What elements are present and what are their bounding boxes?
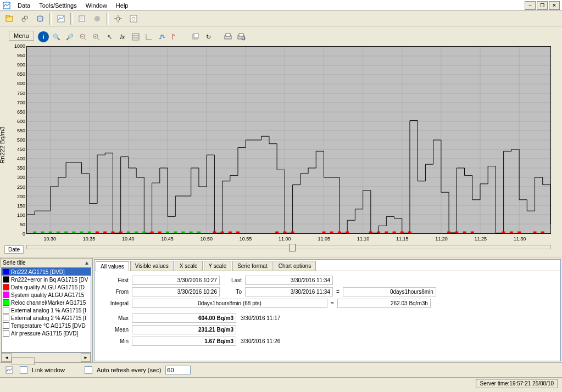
marker-icon[interactable] bbox=[169, 31, 181, 43]
minimize-button[interactable]: – bbox=[525, 1, 536, 10]
svg-rect-29 bbox=[226, 33, 230, 36]
serie-hscrollbar[interactable]: ◄ ► bbox=[1, 352, 91, 362]
min-at: 3/30/2016 11:26 bbox=[236, 337, 325, 345]
settings-icon[interactable] bbox=[126, 12, 141, 26]
serie-label: Data quality ALGU AG1715 [D bbox=[11, 284, 85, 290]
serie-color-swatch bbox=[3, 268, 9, 275]
serie-row[interactable]: External analog 2 % AG1715 [I bbox=[2, 314, 91, 322]
svg-text:+: + bbox=[94, 35, 97, 38]
chart-add-icon[interactable] bbox=[54, 12, 68, 26]
serie-header[interactable]: Serie title▲ bbox=[0, 258, 92, 267]
tab-chart-options[interactable]: Chart options bbox=[274, 261, 316, 271]
copy-chart-icon[interactable] bbox=[189, 31, 201, 43]
auto-refresh-checkbox[interactable] bbox=[85, 366, 92, 374]
status-bar: Server time:19:57:21 25/08/10 bbox=[0, 377, 562, 389]
link-icon[interactable] bbox=[18, 12, 32, 26]
range-value: 0days1hours8min bbox=[343, 287, 436, 296]
refresh-icon[interactable]: ↻ bbox=[202, 31, 214, 43]
max-label: Max bbox=[101, 315, 132, 321]
link-window-checkbox[interactable] bbox=[20, 366, 27, 374]
to-label: To bbox=[220, 289, 245, 295]
svg-text:–: – bbox=[81, 35, 84, 38]
min-value: 1.67 Bq/m3 bbox=[132, 337, 236, 346]
serie-color-swatch bbox=[3, 292, 9, 298]
serie-row[interactable]: Rn222 AG1715 [DVD] bbox=[2, 268, 91, 276]
serie-color-swatch bbox=[3, 276, 9, 283]
svg-rect-2 bbox=[6, 15, 9, 17]
tab-visible-values[interactable]: Visible values bbox=[130, 261, 174, 271]
export-icon[interactable] bbox=[75, 12, 89, 26]
gear-icon[interactable] bbox=[111, 12, 125, 26]
serie-row[interactable]: System quality ALGU AG1715 bbox=[2, 291, 91, 299]
x-axis-labels: 10:3010:3510:4010:4510:5010:5511:0011:05… bbox=[26, 236, 551, 244]
info-icon[interactable]: i bbox=[37, 31, 49, 43]
scroll-thumb[interactable] bbox=[12, 357, 35, 365]
chart-panel: Menu i 🔍 🔎 – + ↖ fx ↻ Rn222 Bq/m3 050100… bbox=[0, 26, 562, 257]
svg-line-21 bbox=[97, 38, 99, 40]
max-value: 604.00 Bq/m3 bbox=[132, 313, 236, 323]
svg-line-18 bbox=[84, 38, 86, 40]
zoom-out-icon[interactable]: 🔎 bbox=[64, 31, 76, 43]
menu-help[interactable]: Help bbox=[112, 1, 133, 10]
svg-point-10 bbox=[116, 17, 120, 20]
menu-data[interactable]: Data bbox=[13, 1, 35, 10]
step-icon[interactable] bbox=[156, 31, 168, 43]
last-label: Last bbox=[220, 277, 245, 283]
refresh-seconds-input[interactable] bbox=[165, 366, 191, 374]
zoom-y-icon[interactable]: + bbox=[90, 31, 102, 43]
tab-y-scale[interactable]: Y scale bbox=[204, 261, 232, 271]
scroll-left-icon[interactable]: ◄ bbox=[2, 353, 12, 362]
cursor-icon[interactable]: ↖ bbox=[103, 31, 115, 43]
serie-row[interactable]: Rn222+error in Bq AG1715 [DV bbox=[2, 276, 91, 283]
restore-button[interactable]: ❐ bbox=[537, 1, 548, 10]
menu-window[interactable]: Window bbox=[81, 1, 112, 10]
serie-label: Temperature °C AG1715 [DVD bbox=[11, 323, 86, 329]
serie-label: System quality ALGU AG1715 bbox=[11, 292, 84, 298]
close-button[interactable]: ✕ bbox=[549, 1, 560, 10]
footer: Link window Auto refresh every (sec) bbox=[0, 362, 562, 377]
serie-list[interactable]: Rn222 AG1715 [DVD]Rn222+error in Bq AG17… bbox=[1, 267, 91, 352]
scroll-right-icon[interactable]: ► bbox=[81, 353, 91, 362]
first-value: 3/30/2016 10:27 bbox=[132, 276, 220, 285]
serie-label: Reloc channel/Marker AG1715 bbox=[11, 300, 86, 306]
open-db-icon[interactable] bbox=[2, 12, 16, 26]
tab-all-values[interactable]: All values bbox=[96, 261, 129, 271]
record-icon[interactable] bbox=[90, 12, 104, 26]
serie-row[interactable]: Temperature °C AG1715 [DVD bbox=[2, 322, 91, 329]
svg-rect-27 bbox=[194, 33, 198, 38]
serie-row[interactable]: Air pressure AG1715 [DVD] bbox=[2, 329, 91, 337]
tab-serie-format[interactable]: Serie format bbox=[232, 261, 272, 271]
svg-point-9 bbox=[94, 16, 100, 21]
svg-point-4 bbox=[24, 16, 27, 19]
serie-row[interactable]: Data quality ALGU AG1715 [D bbox=[2, 283, 91, 291]
print-preview-icon[interactable] bbox=[235, 31, 247, 43]
from-value[interactable]: 3/30/2016 10:26 bbox=[132, 287, 220, 296]
max-at: 3/30/2016 11:17 bbox=[236, 314, 325, 322]
to-value[interactable]: 3/30/2016 11:34 bbox=[245, 287, 333, 296]
integral-label: Integral bbox=[101, 300, 132, 306]
axis-icon[interactable] bbox=[143, 31, 155, 43]
y-axis-title: Rn222 Bq/m3 bbox=[0, 126, 5, 163]
zoom-in-icon[interactable]: 🔍 bbox=[51, 31, 63, 43]
chart-area[interactable] bbox=[26, 46, 551, 234]
last-value: 3/30/2016 11:34 bbox=[245, 276, 333, 285]
serie-label: Air pressure AG1715 [DVD] bbox=[11, 331, 78, 337]
print-icon[interactable] bbox=[222, 31, 234, 43]
serie-list-panel: Serie title▲ Rn222 AG1715 [DVD]Rn222+err… bbox=[0, 258, 93, 362]
date-label: Date bbox=[4, 245, 24, 254]
fx-icon[interactable]: fx bbox=[116, 31, 129, 43]
chart-menu-button[interactable]: Menu bbox=[9, 31, 34, 41]
serie-row[interactable]: Reloc channel/Marker AG1715 bbox=[2, 299, 91, 306]
chart-toolbar: i 🔍 🔎 – + ↖ fx ↻ bbox=[37, 31, 247, 43]
tab-x-scale[interactable]: X scale bbox=[175, 261, 203, 271]
serie-row[interactable]: External analog 1 % AG1715 [I bbox=[2, 306, 91, 314]
server-time: Server time:19:57:21 25/08/10 bbox=[476, 379, 558, 388]
slider-thumb[interactable] bbox=[289, 244, 296, 251]
time-slider[interactable] bbox=[26, 245, 551, 249]
footer-icon[interactable] bbox=[3, 364, 15, 376]
grid-icon[interactable] bbox=[130, 31, 142, 43]
menu-tools[interactable]: Tools/Settings bbox=[35, 1, 81, 10]
disk-icon[interactable] bbox=[33, 12, 47, 26]
integral-result: 262.03 Bq/m3h bbox=[337, 299, 431, 308]
zoom-x-icon[interactable]: – bbox=[77, 31, 89, 43]
